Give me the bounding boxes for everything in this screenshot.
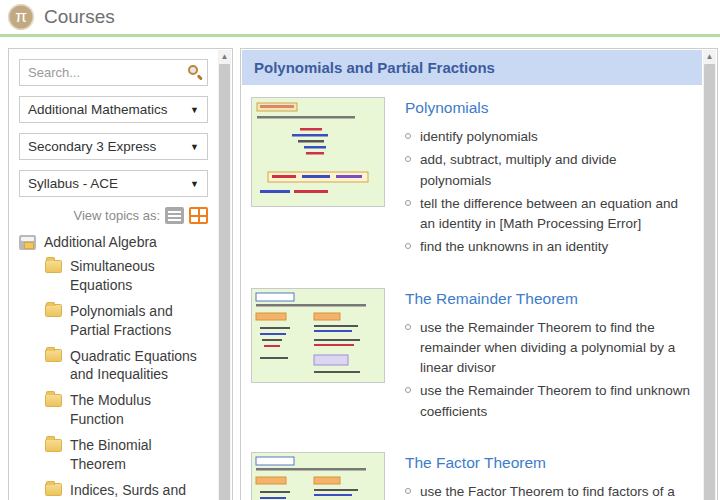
topic-thumbnail[interactable] [251, 288, 385, 383]
content-area: Additional Mathematics ▼Secondary 3 Expr… [0, 40, 720, 500]
topic-row: The Factor Theorem use the Factor Theore… [251, 452, 691, 500]
chevron-down-icon: ▼ [190, 179, 199, 189]
bullet-icon [405, 133, 411, 139]
panel-title: Polynomials and Partial Fractions [242, 50, 702, 85]
topic-body: The Remainder Theorem use the Remainder … [405, 288, 691, 425]
objective-item: find the unknowns in an identity [405, 237, 691, 257]
topic-row: Polynomials identify polynomials add, su… [251, 97, 691, 261]
app-logo-pi-icon: π [8, 4, 34, 30]
topics-panel: Polynomials and Partial Fractions Polyno… [240, 48, 718, 500]
list-view-icon[interactable] [165, 207, 184, 224]
level-dropdown[interactable]: Secondary 3 Express ▼ [19, 133, 208, 160]
objective-text: use the Remainder Theorem to find the re… [420, 318, 691, 379]
objective-item: use the Remainder Theorem to find the re… [405, 318, 691, 379]
search-icon[interactable] [188, 65, 202, 79]
objective-item: add, subtract, multiply and divide polyn… [405, 150, 691, 191]
objective-text: add, subtract, multiply and divide polyn… [420, 150, 691, 191]
topic-title-link[interactable]: The Remainder Theorem [405, 290, 691, 308]
chevron-down-icon: ▼ [190, 105, 199, 115]
topic-row: The Remainder Theorem use the Remainder … [251, 288, 691, 425]
folder-icon [45, 349, 62, 362]
sidebar-item-indices-surds-and-logarithms[interactable]: Indices, Surds and Logarithms [45, 481, 208, 500]
search-input[interactable] [19, 59, 208, 86]
bullet-icon [405, 488, 411, 494]
app-header: π Courses [0, 0, 720, 37]
objective-item: use the Factor Theorem to find factors o… [405, 482, 691, 500]
sidebar-item-simultaneous-equations[interactable]: Simultaneous Equations [45, 257, 208, 295]
dropdown-value: Syllabus - ACE [28, 176, 118, 191]
view-toggle-row: View topics as: [19, 207, 208, 224]
sidebar-item-the-binomial-theorem[interactable]: The Binomial Theorem [45, 436, 208, 474]
objective-text: use the Factor Theorem to find factors o… [420, 482, 691, 500]
dropdown-value: Additional Mathematics [28, 102, 168, 117]
objective-item: tell the difference between an equation … [405, 194, 691, 235]
topic-thumbnail[interactable] [251, 97, 385, 207]
sidebar: Additional Mathematics ▼Secondary 3 Expr… [8, 48, 233, 500]
topic-tree: Additional Algebra Simultaneous Equation… [19, 234, 208, 500]
filter-dropdowns: Additional Mathematics ▼Secondary 3 Expr… [19, 96, 208, 197]
sidebar-scrollbar[interactable]: ▲ [218, 50, 231, 500]
folder-icon [45, 394, 62, 407]
dropdown-value: Secondary 3 Express [28, 139, 156, 154]
chevron-down-icon: ▼ [190, 142, 199, 152]
topic-title-link[interactable]: Polynomials [405, 99, 691, 117]
syllabus-dropdown[interactable]: Syllabus - ACE ▼ [19, 170, 208, 197]
topic-list: Polynomials identify polynomials add, su… [241, 85, 717, 500]
topic-folder-label: Indices, Surds and Logarithms [70, 481, 208, 500]
folder-icon [45, 304, 62, 317]
topic-title-link[interactable]: The Factor Theorem [405, 454, 691, 472]
folder-icon [45, 483, 62, 496]
sidebar-item-polynomials-and-partial-fractions[interactable]: Polynomials and Partial Fractions [45, 302, 208, 340]
sidebar-category-additional-algebra[interactable]: Additional Algebra [19, 234, 208, 250]
topic-folder-label: Simultaneous Equations [70, 257, 208, 295]
category-box-icon [19, 235, 36, 250]
objective-text: tell the difference between an equation … [420, 194, 691, 235]
grid-view-icon[interactable] [189, 207, 208, 224]
topic-thumbnail[interactable] [251, 452, 385, 500]
topic-body: The Factor Theorem use the Factor Theore… [405, 452, 691, 500]
sidebar-item-quadratic-equations-and-inequalities[interactable]: Quadratic Equations and Inequalities [45, 347, 208, 385]
bullet-icon [405, 324, 411, 330]
sidebar-item-the-modulus-function[interactable]: The Modulus Function [45, 391, 208, 429]
view-topics-label: View topics as: [74, 208, 160, 223]
bullet-icon [405, 387, 411, 393]
topic-folder-label: Polynomials and Partial Fractions [70, 302, 208, 340]
folder-icon [45, 439, 62, 452]
topic-folder-label: Quadratic Equations and Inequalities [70, 347, 208, 385]
objective-item: identify polynomials [405, 127, 691, 147]
objective-text: identify polynomials [420, 127, 538, 147]
bullet-icon [405, 243, 411, 249]
bullet-icon [405, 200, 411, 206]
bullet-icon [405, 156, 411, 162]
objective-text: find the unknowns in an identity [420, 237, 608, 257]
search-row [19, 59, 208, 86]
scroll-up-icon[interactable]: ▲ [703, 50, 716, 63]
main-scrollbar[interactable]: ▲ [703, 50, 716, 500]
folder-icon [45, 260, 62, 273]
objective-text: use the Remainder Theorem to find unknow… [420, 381, 691, 422]
objective-item: use the Remainder Theorem to find unknow… [405, 381, 691, 422]
scroll-up-icon[interactable]: ▲ [218, 50, 231, 63]
subject-dropdown[interactable]: Additional Mathematics ▼ [19, 96, 208, 123]
topic-folder-label: The Modulus Function [70, 391, 208, 429]
topic-body: Polynomials identify polynomials add, su… [405, 97, 691, 261]
topic-folder-label: The Binomial Theorem [70, 436, 208, 474]
page-title: Courses [44, 6, 115, 28]
category-label: Additional Algebra [44, 234, 157, 250]
